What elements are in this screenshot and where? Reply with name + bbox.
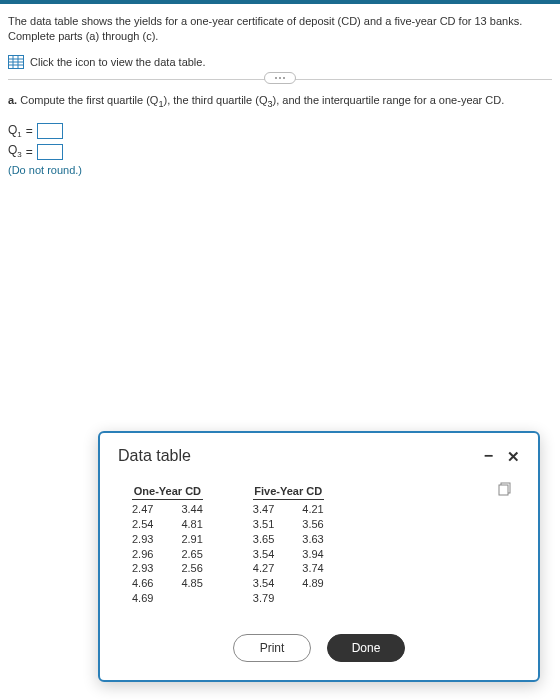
one-year-header: One-Year CD <box>132 485 203 500</box>
modal-header: Data table − ✕ <box>118 447 520 465</box>
table-cell: 2.93 <box>132 532 153 547</box>
copy-icon[interactable] <box>498 482 512 496</box>
table-cell: 3.94 <box>302 547 323 562</box>
answer-area: Q1 = Q3 = (Do not round.) <box>8 123 552 176</box>
table-cell: 4.21 <box>302 502 323 517</box>
table-cell: 3.65 <box>253 532 274 547</box>
equals-sign: = <box>26 145 33 159</box>
table-cell: 4.85 <box>181 576 202 591</box>
table-cell: 3.44 <box>181 502 202 517</box>
table-cell: 4.89 <box>302 576 323 591</box>
section-divider <box>8 79 552 80</box>
five-year-group: Five-Year CD 3.473.513.653.544.273.543.7… <box>253 485 324 606</box>
five-year-header: Five-Year CD <box>253 485 324 500</box>
q1-input[interactable] <box>37 123 63 139</box>
modal-title: Data table <box>118 447 191 465</box>
rounding-note: (Do not round.) <box>8 164 552 176</box>
print-button[interactable]: Print <box>233 634 311 662</box>
view-table-text: Click the icon to view the data table. <box>30 56 205 68</box>
q3-input[interactable] <box>37 144 63 160</box>
table-cell: 3.54 <box>253 576 274 591</box>
part-a-label: a. <box>8 94 17 106</box>
table-cell: 4.81 <box>181 517 202 532</box>
equals-sign: = <box>26 124 33 138</box>
one-year-col1: 2.472.542.932.962.934.664.69 <box>132 502 153 606</box>
part-a-text: a. Compute the first quartile (Q1), the … <box>8 94 552 109</box>
table-cell: 3.63 <box>302 532 323 547</box>
table-cell: 3.51 <box>253 517 274 532</box>
expand-button[interactable] <box>264 72 296 84</box>
close-icon[interactable]: ✕ <box>507 449 520 464</box>
table-cell: 2.56 <box>181 561 202 576</box>
table-cell: 2.65 <box>181 547 202 562</box>
table-cell: 2.93 <box>132 561 153 576</box>
five-year-col2: 4.213.563.633.943.744.89 <box>302 502 323 606</box>
q1-label: Q1 <box>8 123 22 139</box>
table-cell: 4.27 <box>253 561 274 576</box>
one-year-col2: 3.444.812.912.652.564.85 <box>181 502 202 606</box>
data-table-body: One-Year CD 2.472.542.932.962.934.664.69… <box>118 485 520 606</box>
table-cell: 3.56 <box>302 517 323 532</box>
q3-row: Q3 = <box>8 143 552 159</box>
done-button[interactable]: Done <box>327 634 405 662</box>
table-cell: 3.79 <box>253 591 274 606</box>
q3-label: Q3 <box>8 143 22 159</box>
data-table-modal: Data table − ✕ One-Year CD 2.472.542.932… <box>98 431 540 682</box>
table-cell: 3.47 <box>253 502 274 517</box>
table-cell: 2.96 <box>132 547 153 562</box>
problem-content: The data table shows the yields for a on… <box>0 4 560 176</box>
five-year-col1: 3.473.513.653.544.273.543.79 <box>253 502 274 606</box>
table-cell: 2.47 <box>132 502 153 517</box>
modal-controls: − ✕ <box>484 448 520 464</box>
table-cell: 3.74 <box>302 561 323 576</box>
table-cell: 4.69 <box>132 591 153 606</box>
view-table-link[interactable]: Click the icon to view the data table. <box>8 55 552 69</box>
table-icon <box>8 55 24 69</box>
table-cell: 2.54 <box>132 517 153 532</box>
table-cell: 4.66 <box>132 576 153 591</box>
q1-row: Q1 = <box>8 123 552 139</box>
one-year-group: One-Year CD 2.472.542.932.962.934.664.69… <box>132 485 203 606</box>
minimize-icon[interactable]: − <box>484 448 493 464</box>
table-cell: 3.54 <box>253 547 274 562</box>
table-cell: 2.91 <box>181 532 202 547</box>
modal-footer: Print Done <box>118 634 520 662</box>
problem-statement: The data table shows the yields for a on… <box>8 14 552 45</box>
svg-rect-7 <box>499 485 508 495</box>
